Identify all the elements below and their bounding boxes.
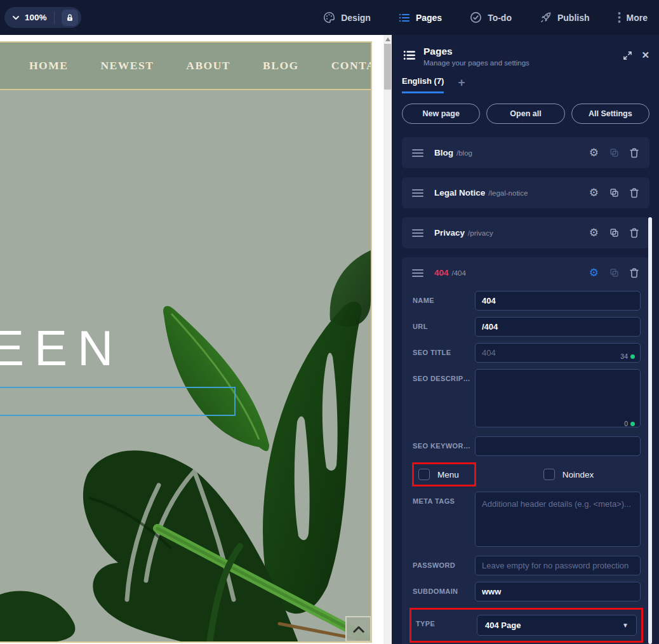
seo-keywords-input[interactable] — [475, 436, 641, 456]
seo-description-char-counter: 0 — [624, 420, 635, 427]
site-nav-about[interactable]: ABOUT — [186, 59, 230, 72]
panel-title: Pages — [423, 46, 623, 57]
duplicate-page-icon[interactable] — [609, 188, 619, 198]
page-name: Blog — [434, 148, 453, 158]
site-hero-section: EEN — [0, 91, 371, 641]
top-navigation: Design Pages To-do Publish — [323, 11, 648, 23]
subdomain-input[interactable] — [475, 582, 641, 601]
palette-icon — [323, 11, 335, 23]
name-input[interactable] — [475, 291, 641, 311]
scrollbar-thumb[interactable] — [384, 44, 391, 90]
page-settings-gear-icon[interactable]: ⚙ — [589, 227, 599, 238]
topnav-publish[interactable]: Publish — [540, 11, 590, 23]
kebab-menu-icon — [618, 11, 621, 23]
password-input[interactable] — [475, 556, 641, 575]
close-panel-icon[interactable]: ✕ — [641, 50, 649, 61]
meta-tags-label: META TAGS — [413, 492, 475, 549]
duplicate-page-icon[interactable] — [609, 228, 619, 238]
site-navigation-bar: HOME NEWEST ABOUT BLOG CONTACT — [0, 43, 371, 90]
scroll-to-top-button[interactable] — [345, 616, 371, 642]
topnav-more[interactable]: More — [618, 11, 648, 23]
seo-description-label: SEO DESCRIP… — [413, 369, 475, 430]
page-settings-form: NAME URL SEO TITLE 34 SEO DESCRIP… — [402, 291, 649, 643]
panel-action-buttons: New page Open all All Settings — [402, 104, 649, 124]
page-url: /privacy — [468, 229, 493, 237]
site-nav-newest[interactable]: NEWEST — [100, 59, 154, 72]
new-page-button[interactable]: New page — [402, 104, 480, 124]
page-settings-gear-icon-active[interactable]: ⚙ — [589, 267, 599, 278]
pill-divider — [54, 11, 55, 24]
page-url: /legal-notice — [488, 189, 528, 197]
delete-page-icon[interactable] — [630, 148, 639, 158]
drag-handle-icon[interactable] — [412, 269, 423, 277]
noindex-group: Noindex — [543, 469, 594, 480]
app-root: 100% Design Pages — [0, 0, 659, 644]
checkbox-row: Menu Noindex — [413, 462, 641, 486]
page-settings-gear-icon[interactable]: ⚙ — [589, 187, 599, 198]
subdomain-label: SUBDOMAIN — [413, 582, 475, 601]
page-settings-gear-icon[interactable]: ⚙ — [589, 147, 599, 158]
url-input[interactable] — [475, 317, 641, 337]
seo-title-label: SEO TITLE — [413, 343, 475, 363]
expand-panel-icon[interactable] — [623, 51, 632, 60]
topnav-more-label: More — [627, 13, 648, 23]
topnav-publish-label: Publish — [557, 13, 590, 23]
zoom-level-value: 100% — [25, 13, 47, 22]
meta-tags-textarea[interactable] — [475, 492, 641, 547]
check-circle-icon — [470, 11, 482, 23]
top-toolbar: 100% Design Pages — [0, 0, 659, 35]
lock-button[interactable] — [62, 10, 78, 26]
tab-english[interactable]: English (7) — [402, 76, 444, 93]
preview-scrollbar[interactable] — [383, 35, 392, 644]
delete-page-icon[interactable] — [630, 228, 639, 238]
duplicate-page-icon[interactable] — [609, 148, 619, 158]
page-row-404[interactable]: 404 /404 ⚙ — [402, 257, 649, 288]
type-select[interactable]: 404 Page ▼ — [477, 615, 637, 636]
site-nav-home[interactable]: HOME — [29, 59, 68, 72]
scrollbar-up-arrow[interactable] — [385, 37, 390, 41]
hero-heading-text: EEN — [0, 323, 123, 373]
open-all-button[interactable]: Open all — [486, 104, 564, 124]
topnav-design[interactable]: Design — [323, 11, 371, 23]
topnav-todo-label: To-do — [488, 13, 512, 23]
url-label: URL — [413, 317, 475, 337]
add-language-icon[interactable]: + — [458, 76, 465, 90]
counter-status-dot — [630, 422, 635, 426]
menu-highlight-box: Menu — [412, 462, 476, 486]
menu-checkbox-label: Menu — [437, 470, 459, 480]
topnav-todo[interactable]: To-do — [470, 11, 512, 23]
drag-handle-icon[interactable] — [412, 149, 423, 157]
chevron-up-icon — [352, 625, 366, 634]
editor-selection-outline[interactable] — [0, 387, 236, 416]
language-tabs: English (7) + — [402, 76, 649, 93]
pages-panel: Pages Manage your pages and settings ✕ E… — [392, 35, 659, 644]
delete-page-icon[interactable] — [630, 268, 639, 278]
page-url: /blog — [456, 149, 472, 157]
chevron-down-icon[interactable] — [12, 14, 20, 22]
menu-checkbox[interactable] — [418, 469, 430, 480]
page-row-blog[interactable]: Blog /blog ⚙ — [402, 137, 649, 168]
site-nav-contact[interactable]: CONTACT — [331, 59, 372, 72]
zoom-control[interactable]: 100% — [4, 7, 81, 28]
drag-handle-icon[interactable] — [412, 229, 423, 237]
panel-scrollbar-thumb[interactable] — [648, 217, 652, 644]
duplicate-page-icon[interactable] — [609, 268, 619, 278]
delete-page-icon[interactable] — [630, 188, 639, 198]
noindex-checkbox[interactable] — [543, 469, 555, 480]
all-settings-button[interactable]: All Settings — [571, 104, 649, 124]
name-label: NAME — [413, 291, 475, 311]
website-canvas: HOME NEWEST ABOUT BLOG CONTACT — [0, 41, 372, 643]
seo-description-textarea[interactable] — [475, 369, 641, 427]
page-name: Privacy — [434, 228, 465, 238]
topnav-pages[interactable]: Pages — [399, 12, 442, 23]
drag-handle-icon[interactable] — [412, 189, 423, 197]
caret-down-icon: ▼ — [622, 622, 629, 629]
seo-title-input[interactable] — [475, 343, 641, 363]
site-nav-blog[interactable]: BLOG — [263, 59, 299, 72]
page-row-privacy[interactable]: Privacy /privacy ⚙ — [402, 217, 649, 248]
seo-keywords-label: SEO KEYWOR… — [413, 436, 475, 456]
seo-title-char-counter: 34 — [620, 352, 635, 360]
type-highlight-box: TYPE 404 Page ▼ — [409, 608, 643, 643]
page-row-legal-notice[interactable]: Legal Notice /legal-notice ⚙ — [402, 177, 649, 208]
topnav-pages-label: Pages — [416, 13, 442, 23]
